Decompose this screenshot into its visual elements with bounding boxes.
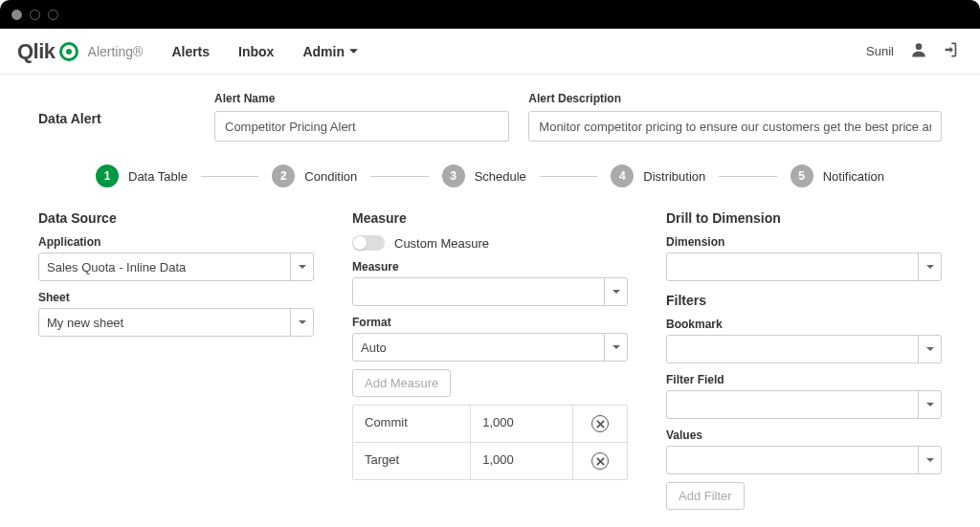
chevron-down-icon	[604, 334, 627, 361]
topbar: Qlik Alerting® Alerts Inbox Admin Sunil	[0, 29, 980, 75]
alert-desc-input[interactable]	[528, 111, 942, 142]
datasource-title: Data Source	[38, 210, 314, 226]
alert-name-label: Alert Name	[214, 92, 509, 105]
step-line	[201, 176, 258, 177]
step-4-circle: 4	[611, 165, 634, 187]
bookmark-label: Bookmark	[666, 318, 942, 331]
product-name: Alerting®	[88, 44, 144, 59]
step-4-label: Distribution	[643, 169, 705, 184]
nav-alerts[interactable]: Alerts	[171, 44, 210, 59]
filterfield-select[interactable]	[666, 390, 942, 419]
stepper: 1 Data Table 2 Condition 3 Schedule 4 Di…	[38, 165, 942, 187]
custom-measure-toggle[interactable]	[352, 235, 385, 251]
user-area: Sunil	[866, 40, 963, 62]
alert-type-label: Data Alert	[38, 92, 191, 126]
values-label: Values	[666, 428, 942, 442]
add-filter-button[interactable]: Add Filter	[666, 482, 745, 510]
format-value: Auto	[361, 340, 387, 355]
alert-header: Data Alert Alert Name Alert Description	[38, 92, 942, 142]
measure-select[interactable]	[352, 277, 628, 306]
step-schedule[interactable]: 3 Schedule	[442, 165, 526, 187]
logo-text: Qlik	[17, 39, 56, 64]
measure-table: Commit 1,000 Target 1,000	[352, 405, 628, 480]
sheet-label: Sheet	[38, 291, 314, 304]
measure-title: Measure	[352, 210, 628, 226]
application-label: Application	[38, 235, 314, 249]
sheet-value: My new sheet	[47, 316, 123, 330]
measure-row: Target 1,000	[353, 443, 627, 479]
nav-inbox[interactable]: Inbox	[238, 44, 274, 59]
col-datasource: Data Source Application Sales Quota - In…	[38, 210, 314, 517]
user-name: Sunil	[866, 44, 894, 58]
chevron-down-icon	[918, 447, 941, 473]
step-line	[719, 176, 776, 177]
window-chrome	[0, 0, 980, 29]
filterfield-label: Filter Field	[666, 373, 942, 386]
step-data-table[interactable]: 1 Data Table	[96, 165, 188, 187]
chevron-down-icon	[918, 391, 941, 418]
filters-title: Filters	[666, 293, 942, 308]
step-2-circle: 2	[272, 165, 295, 187]
format-label: Format	[352, 316, 628, 329]
user-icon[interactable]	[909, 40, 928, 62]
step-condition[interactable]: 2 Condition	[272, 165, 357, 187]
measure-label: Measure	[352, 260, 628, 274]
nav-admin[interactable]: Admin	[302, 44, 359, 59]
measure-row-delete[interactable]	[573, 406, 627, 442]
close-icon	[591, 415, 609, 432]
col-drill: Drill to Dimension Dimension Filters Boo…	[666, 210, 942, 517]
measure-row: Commit 1,000	[353, 406, 627, 443]
logo[interactable]: Qlik	[17, 39, 78, 64]
chrome-close-dot[interactable]	[11, 10, 22, 20]
logo-mark-icon	[59, 42, 78, 61]
svg-point-0	[916, 43, 923, 50]
col-measure: Measure Custom Measure Measure Format Au…	[352, 210, 628, 517]
chevron-down-icon	[290, 309, 313, 336]
drill-title: Drill to Dimension	[666, 210, 942, 226]
sheet-select[interactable]: My new sheet	[38, 308, 314, 337]
step-5-circle: 5	[791, 165, 813, 187]
step-3-circle: 3	[442, 165, 465, 187]
step-1-label: Data Table	[128, 169, 188, 184]
add-measure-button[interactable]: Add Measure	[352, 369, 451, 397]
logout-icon[interactable]	[944, 40, 963, 62]
content: Data Alert Alert Name Alert Description …	[0, 75, 980, 527]
chevron-down-icon	[918, 253, 941, 280]
close-icon	[591, 452, 609, 470]
measure-row-value: 1,000	[471, 406, 573, 442]
format-select[interactable]: Auto	[352, 333, 628, 362]
chevron-down-icon	[604, 278, 627, 305]
chevron-down-icon	[348, 44, 359, 59]
chrome-max-dot[interactable]	[48, 10, 58, 20]
measure-row-value: 1,000	[471, 443, 573, 479]
application-select[interactable]: Sales Quota - Inline Data	[38, 253, 314, 281]
chrome-min-dot[interactable]	[30, 10, 40, 20]
dimension-select[interactable]	[666, 253, 942, 281]
chevron-down-icon	[918, 336, 941, 362]
alert-desc-label: Alert Description	[528, 92, 942, 105]
step-line	[540, 176, 597, 177]
step-3-label: Schedule	[475, 169, 526, 184]
columns: Data Source Application Sales Quota - In…	[38, 210, 942, 517]
step-notification[interactable]: 5 Notification	[791, 165, 884, 187]
application-value: Sales Quota - Inline Data	[47, 260, 186, 274]
chevron-down-icon	[290, 253, 313, 280]
measure-row-name: Commit	[353, 406, 471, 442]
nav-admin-label: Admin	[302, 44, 345, 59]
measure-row-delete[interactable]	[573, 443, 627, 479]
step-distribution[interactable]: 4 Distribution	[611, 165, 705, 187]
bookmark-select[interactable]	[666, 335, 942, 363]
step-2-label: Condition	[304, 169, 357, 184]
alert-name-input[interactable]	[214, 111, 509, 142]
measure-row-name: Target	[353, 443, 471, 479]
values-select[interactable]	[666, 446, 942, 474]
step-5-label: Notification	[823, 169, 884, 184]
dimension-label: Dimension	[666, 235, 942, 249]
step-1-circle: 1	[96, 165, 119, 187]
main-nav: Alerts Inbox Admin	[171, 44, 359, 59]
custom-measure-label: Custom Measure	[394, 236, 489, 251]
step-line	[370, 176, 428, 177]
